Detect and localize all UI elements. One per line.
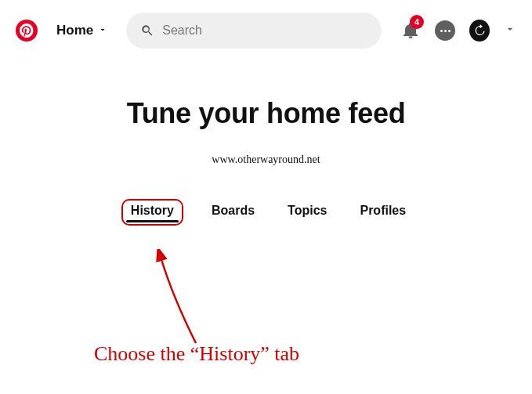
account-menu-chevron-icon[interactable] [504, 23, 516, 38]
tab-bar: History Boards Topics Profiles [0, 199, 532, 226]
history-icon [469, 20, 490, 42]
history-icon-button[interactable] [469, 20, 490, 41]
home-label: Home [56, 23, 93, 38]
search-bar[interactable] [126, 13, 382, 49]
page-title: Tune your home feed [0, 97, 532, 130]
chat-icon [435, 20, 455, 41]
tab-topics[interactable]: Topics [283, 199, 331, 226]
tab-boards[interactable]: Boards [207, 199, 259, 226]
search-input[interactable] [162, 23, 367, 38]
top-nav: Home 4 [0, 0, 532, 56]
annotation-arrow-icon [141, 249, 235, 359]
search-icon [140, 23, 154, 38]
tab-history[interactable]: History [121, 199, 183, 226]
home-button[interactable]: Home [56, 23, 107, 38]
notifications-button[interactable]: 4 [400, 20, 421, 41]
header-actions: 4 [400, 20, 516, 41]
watermark: www.otherwayround.net [0, 154, 532, 166]
annotation-text: Choose the “History” tab [94, 342, 299, 366]
chevron-down-icon [98, 24, 107, 37]
messages-button[interactable] [435, 20, 455, 41]
tab-profiles[interactable]: Profiles [355, 199, 411, 226]
pinterest-logo[interactable] [16, 20, 38, 42]
notification-badge: 4 [410, 15, 424, 29]
